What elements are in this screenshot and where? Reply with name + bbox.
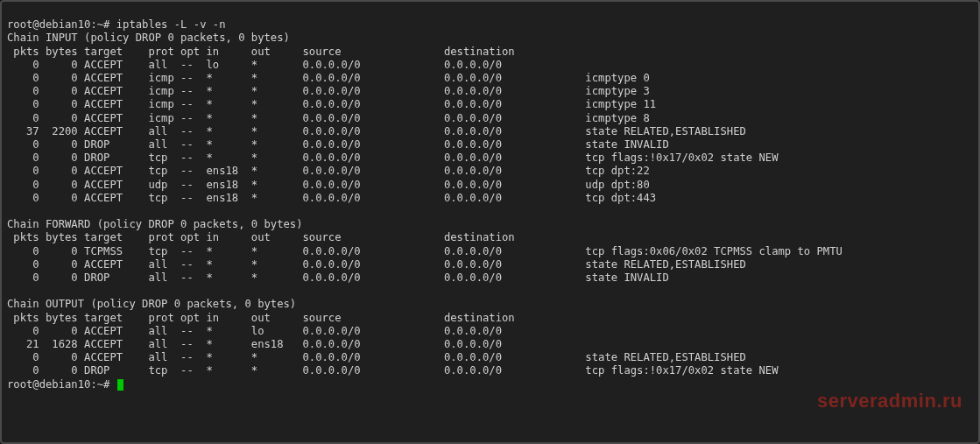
table-row: 0 0 ACCEPT icmp -- * * 0.0.0.0/0 0.0.0.0… (7, 98, 973, 111)
terminal-window[interactable]: root@debian10:~# iptables -L -v -nChain … (0, 0, 980, 444)
table-row: 37 2200 ACCEPT all -- * * 0.0.0.0/0 0.0.… (7, 125, 973, 138)
table-row: 0 0 ACCEPT icmp -- * * 0.0.0.0/0 0.0.0.0… (7, 85, 973, 98)
table-header-row: pkts bytes target prot opt in out source… (7, 312, 973, 325)
table-row: 0 0 ACCEPT all -- * * 0.0.0.0/0 0.0.0.0/… (7, 351, 973, 364)
table-row: 0 0 ACCEPT tcp -- ens18 * 0.0.0.0/0 0.0.… (7, 165, 973, 178)
cursor-block (117, 379, 123, 391)
table-header-row: pkts bytes target prot opt in out source… (7, 231, 973, 244)
table-row: 0 0 DROP all -- * * 0.0.0.0/0 0.0.0.0/0 … (7, 271, 973, 285)
chain-title: Chain OUTPUT (policy DROP 0 packets, 0 b… (7, 298, 973, 311)
command-text: iptables -L -v -n (116, 18, 226, 31)
table-row: 0 0 ACCEPT all -- lo * 0.0.0.0/0 0.0.0.0… (7, 59, 973, 72)
table-row: 0 0 TCPMSS tcp -- * * 0.0.0.0/0 0.0.0.0/… (7, 245, 973, 258)
table-row: 0 0 DROP all -- * * 0.0.0.0/0 0.0.0.0/0 … (7, 138, 973, 152)
prompt-path: :~# (90, 378, 109, 391)
table-header-row: pkts bytes target prot opt in out source… (7, 46, 973, 59)
table-row: 0 0 ACCEPT all -- * lo 0.0.0.0/0 0.0.0.0… (7, 325, 973, 338)
table-row: 0 0 ACCEPT all -- * * 0.0.0.0/0 0.0.0.0/… (7, 258, 973, 271)
table-row: 0 0 DROP tcp -- * * 0.0.0.0/0 0.0.0.0/0 … (7, 364, 973, 377)
blank-line (7, 205, 973, 218)
table-row: 0 0 ACCEPT tcp -- ens18 * 0.0.0.0/0 0.0.… (7, 192, 973, 205)
prompt-line-2[interactable]: root@debian10:~# (7, 378, 973, 391)
prompt-path: :~# (90, 18, 109, 31)
prompt-line-1: root@debian10:~# iptables -L -v -n (7, 18, 973, 32)
table-row: 0 0 ACCEPT icmp -- * * 0.0.0.0/0 0.0.0.0… (7, 72, 973, 85)
table-row: 0 0 DROP tcp -- * * 0.0.0.0/0 0.0.0.0/0 … (7, 152, 973, 165)
chain-title: Chain INPUT (policy DROP 0 packets, 0 by… (7, 32, 973, 45)
prompt-user: root@debian10 (7, 378, 90, 391)
watermark-text: serveradmin.ru (817, 394, 962, 407)
table-row: 0 0 ACCEPT icmp -- * * 0.0.0.0/0 0.0.0.0… (7, 112, 973, 125)
blank-line (7, 285, 973, 298)
prompt-user: root@debian10 (7, 18, 90, 31)
command-output: Chain INPUT (policy DROP 0 packets, 0 by… (7, 32, 973, 377)
table-row: 0 0 ACCEPT udp -- ens18 * 0.0.0.0/0 0.0.… (7, 179, 973, 192)
chain-title: Chain FORWARD (policy DROP 0 packets, 0 … (7, 218, 973, 231)
table-row: 21 1628 ACCEPT all -- * ens18 0.0.0.0/0 … (7, 338, 973, 351)
